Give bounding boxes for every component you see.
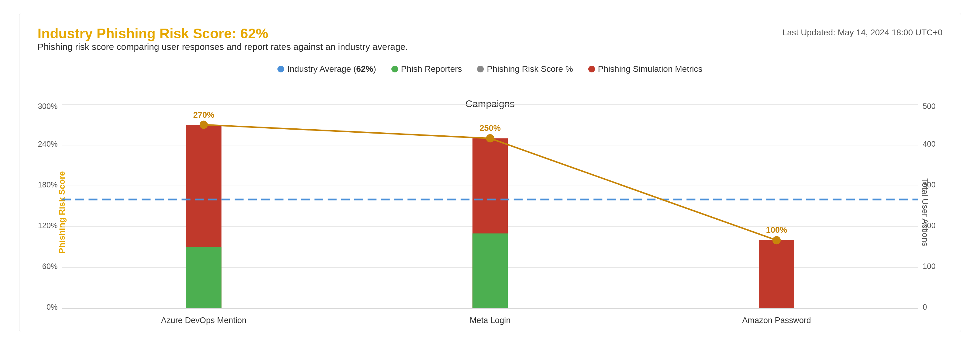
annotation-azure: 270% <box>193 110 214 120</box>
svg-text:400: 400 <box>923 140 935 148</box>
legend: Industry Average (62%) Phish Reporters P… <box>38 64 943 74</box>
bar-reporters-meta <box>472 233 508 308</box>
simulation-dot <box>588 66 595 72</box>
annotation-meta: 250% <box>479 123 501 133</box>
campaign-label-meta: Meta Login <box>469 316 511 325</box>
svg-text:60%: 60% <box>42 262 57 270</box>
dot-amazon <box>772 236 780 244</box>
legend-item-simulation: Phishing Simulation Metrics <box>588 64 703 74</box>
last-updated: Last Updated: May 14, 2024 18:00 UTC+0 <box>783 28 943 37</box>
bar-sim-amazon <box>759 240 794 308</box>
chart-subtitle: Phishing risk score comparing user respo… <box>38 42 408 52</box>
plot-area: 0% 60% 120% 180% 240% 300% 0 100 200 <box>62 104 918 308</box>
legend-label-phish-reporters: Phish Reporters <box>401 64 462 74</box>
svg-text:0%: 0% <box>46 303 57 311</box>
annotation-amazon: 100% <box>766 225 787 235</box>
phish-reporters-dot <box>391 66 398 72</box>
chart-area: Phishing Risk Score Total User Actions 0… <box>38 98 943 326</box>
svg-text:300%: 300% <box>38 102 57 110</box>
svg-text:100: 100 <box>923 262 935 270</box>
legend-label-industry: Industry Average (62%) <box>287 64 376 74</box>
chart-title: Industry Phishing Risk Score: 62% <box>38 25 408 42</box>
legend-label-risk-score: Phishing Risk Score % <box>487 64 573 74</box>
svg-text:240%: 240% <box>38 140 57 148</box>
dot-meta <box>486 134 494 142</box>
dot-azure <box>199 120 208 129</box>
legend-item-industry: Industry Average (62%) <box>277 64 376 74</box>
header-row: Industry Phishing Risk Score: 62% Phishi… <box>38 25 943 61</box>
svg-text:300: 300 <box>923 180 935 189</box>
svg-text:500: 500 <box>923 102 935 110</box>
svg-text:200: 200 <box>923 221 935 230</box>
industry-average-dot <box>277 66 284 72</box>
legend-item-phish-reporters: Phish Reporters <box>391 64 462 74</box>
svg-text:0: 0 <box>923 303 927 311</box>
main-chart-svg: 0% 60% 120% 180% 240% 300% 0 100 200 <box>62 104 918 308</box>
risk-score-dot <box>477 66 484 72</box>
legend-label-simulation: Phishing Simulation Metrics <box>598 64 703 74</box>
campaign-label-azure: Azure DevOps Mention <box>161 316 246 325</box>
bar-reporters-azure <box>186 247 221 308</box>
svg-text:120%: 120% <box>38 221 57 230</box>
legend-item-risk-score: Phishing Risk Score % <box>477 64 573 74</box>
campaign-label-amazon: Amazon Password <box>742 316 811 325</box>
svg-text:180%: 180% <box>38 180 57 189</box>
chart-container: Industry Phishing Risk Score: 62% Phishi… <box>19 13 961 332</box>
title-section: Industry Phishing Risk Score: 62% Phishi… <box>38 25 408 61</box>
